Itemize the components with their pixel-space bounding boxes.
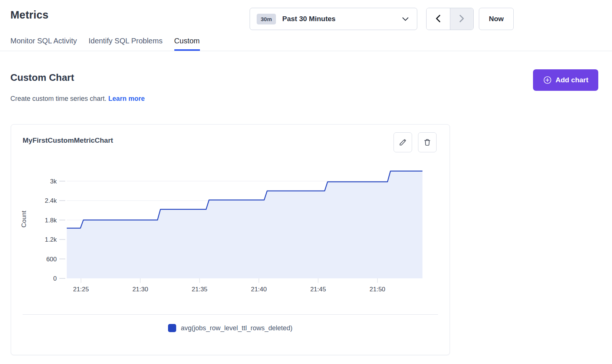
metrics-page: Metrics 30m Past 30 Minutes Now Monitor … — [0, 0, 612, 364]
legend-divider — [23, 314, 438, 315]
tab-identify-sql-problems[interactable]: Identify SQL Problems — [89, 37, 162, 51]
x-axis-ticks — [81, 278, 377, 283]
svg-text:600: 600 — [46, 256, 57, 263]
svg-text:0: 0 — [53, 275, 57, 282]
x-axis-labels: 21:2521:3021:3521:4021:4521:50 — [73, 286, 385, 293]
trash-icon — [423, 138, 432, 147]
svg-text:21:45: 21:45 — [310, 286, 326, 293]
y-axis-labels: 06001.2k1.8k2.4k3k — [45, 178, 57, 282]
learn-more-link[interactable]: Learn more — [108, 95, 145, 102]
chevron-down-icon — [402, 17, 409, 21]
chart-card-actions — [394, 132, 437, 152]
svg-text:3k: 3k — [50, 178, 57, 185]
time-range-badge: 30m — [257, 14, 276, 24]
svg-text:1.8k: 1.8k — [45, 217, 57, 224]
y-axis-title: Count — [20, 211, 27, 228]
time-range-selector[interactable]: 30m Past 30 Minutes — [250, 8, 417, 30]
add-chart-label: Add chart — [556, 76, 589, 84]
chevron-left-icon — [435, 14, 441, 24]
legend-label: avg(jobs_row_level_ttl_rows_deleted) — [181, 324, 292, 332]
svg-text:2.4k: 2.4k — [45, 197, 57, 204]
chart-card: MyFirstCustomMetricChart — [11, 124, 450, 355]
chevron-right-icon — [459, 14, 464, 24]
chart-legend: avg(jobs_row_level_ttl_rows_deleted) — [11, 324, 450, 332]
pencil-icon — [398, 138, 407, 147]
series-area — [67, 171, 422, 278]
svg-text:21:30: 21:30 — [132, 286, 148, 293]
section-heading: Custom Chart — [10, 72, 74, 83]
add-chart-button[interactable]: Add chart — [533, 69, 598, 91]
tab-custom[interactable]: Custom — [174, 37, 200, 51]
svg-text:21:40: 21:40 — [251, 286, 267, 293]
next-time-button[interactable] — [450, 8, 474, 30]
time-nav-group — [426, 8, 474, 30]
tab-monitor-sql-activity[interactable]: Monitor SQL Activity — [10, 37, 77, 51]
svg-text:21:35: 21:35 — [192, 286, 208, 293]
legend-swatch — [168, 324, 176, 332]
svg-text:21:50: 21:50 — [369, 286, 385, 293]
page-title: Metrics — [10, 9, 49, 21]
section-description-text: Create custom time series chart. — [10, 95, 106, 102]
svg-text:21:25: 21:25 — [73, 286, 89, 293]
delete-chart-button[interactable] — [418, 132, 437, 152]
custom-metric-chart[interactable]: 06001.2k1.8k2.4k3k21:2521:3021:3521:4021… — [11, 154, 450, 302]
metrics-tabs: Monitor SQL Activity Identify SQL Proble… — [0, 37, 612, 51]
now-button[interactable]: Now — [479, 8, 514, 30]
time-range-label: Past 30 Minutes — [282, 15, 336, 23]
chart-title: MyFirstCustomMetricChart — [23, 136, 113, 145]
section-description: Create custom time series chart. Learn m… — [10, 95, 145, 103]
svg-text:1.2k: 1.2k — [45, 236, 57, 243]
prev-time-button[interactable] — [427, 8, 450, 30]
plus-circle-icon — [543, 76, 552, 85]
edit-chart-button[interactable] — [394, 132, 412, 152]
